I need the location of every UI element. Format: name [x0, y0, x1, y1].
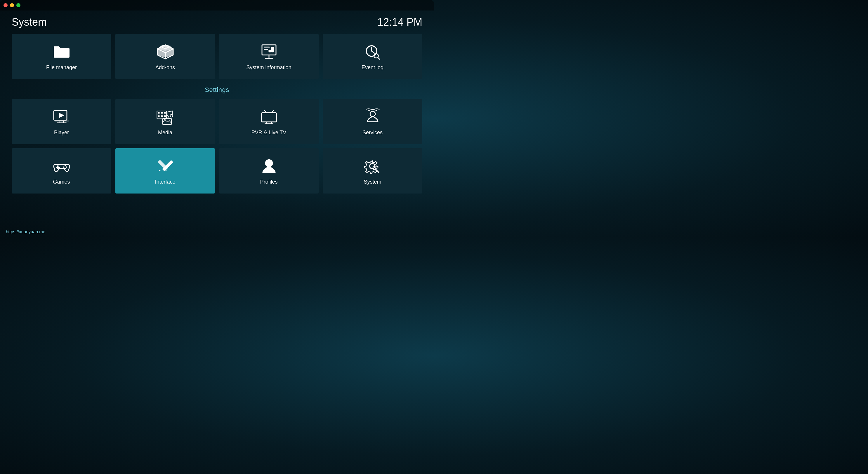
profiles-button[interactable]: Profiles [219, 148, 319, 194]
player-label: Player [54, 130, 69, 136]
svg-rect-5 [264, 47, 270, 47]
svg-point-40 [64, 165, 66, 167]
main-content: File manager Add-ons [12, 34, 422, 225]
tv-icon [260, 108, 278, 126]
clock-search-icon [364, 43, 381, 60]
add-ons-button[interactable]: Add-ons [115, 34, 215, 79]
pvr-live-tv-button[interactable]: PVR & Live TV [219, 99, 319, 144]
close-button[interactable] [3, 3, 8, 7]
file-manager-label: File manager [46, 65, 77, 71]
top-row: File manager Add-ons [12, 34, 422, 79]
svg-rect-39 [56, 167, 60, 168]
games-label: Games [53, 179, 70, 185]
svg-rect-33 [261, 113, 276, 122]
svg-rect-23 [164, 112, 165, 113]
media-button[interactable]: Media [115, 99, 215, 144]
profiles-label: Profiles [260, 179, 277, 185]
media-icon [157, 108, 174, 126]
system-settings-button[interactable]: System [323, 148, 422, 194]
svg-rect-21 [158, 112, 159, 113]
header: System 12:14 PM [0, 10, 434, 34]
svg-rect-24 [158, 115, 159, 117]
add-ons-label: Add-ons [155, 65, 175, 71]
maximize-button[interactable] [17, 3, 21, 7]
svg-line-13 [378, 58, 380, 60]
system-information-label: System information [246, 65, 291, 71]
svg-point-28 [170, 114, 173, 117]
traffic-lights [3, 3, 21, 7]
event-log-button[interactable]: Event log [323, 34, 422, 79]
svg-point-42 [63, 166, 65, 168]
settings-section: Settings Player [12, 86, 422, 194]
title-bar [0, 0, 434, 10]
svg-point-30 [164, 119, 165, 121]
interface-label: Interface [155, 179, 175, 185]
gamepad-icon [53, 157, 70, 175]
media-label: Media [158, 130, 172, 136]
system-information-button[interactable]: System information [219, 34, 319, 79]
minimize-button[interactable] [10, 3, 14, 7]
clock: 12:14 PM [377, 16, 422, 28]
services-label: Services [363, 130, 382, 136]
interface-icon [157, 157, 174, 175]
player-icon [53, 108, 70, 126]
folder-icon [53, 43, 70, 60]
system-settings-icon [364, 157, 381, 175]
presentation-icon [260, 43, 278, 60]
services-icon [364, 108, 381, 126]
player-button[interactable]: Player [12, 99, 111, 144]
svg-point-41 [66, 166, 67, 168]
box-icon [157, 43, 174, 60]
settings-row-2: Games Interface [12, 148, 422, 194]
profiles-icon [260, 157, 278, 175]
games-button[interactable]: Games [12, 148, 111, 194]
svg-rect-8 [269, 49, 271, 52]
svg-marker-46 [158, 170, 161, 171]
svg-point-48 [266, 160, 273, 167]
svg-point-49 [369, 164, 375, 169]
svg-rect-25 [161, 115, 163, 117]
svg-point-27 [165, 115, 168, 118]
event-log-label: Event log [362, 65, 383, 71]
footer-url: https://xuanyuan.me [6, 229, 45, 234]
pvr-live-tv-label: PVR & Live TV [251, 130, 286, 136]
svg-rect-6 [264, 49, 268, 49]
svg-point-37 [370, 111, 375, 116]
settings-label: Settings [12, 86, 422, 94]
svg-rect-22 [161, 112, 163, 113]
page-title: System [12, 16, 47, 28]
svg-marker-15 [59, 113, 64, 118]
svg-rect-7 [271, 47, 274, 52]
settings-row-1: Player [12, 99, 422, 144]
system-label: System [364, 179, 381, 185]
file-manager-button[interactable]: File manager [12, 34, 111, 79]
svg-point-43 [64, 168, 66, 169]
svg-line-11 [372, 51, 374, 54]
interface-button[interactable]: Interface [115, 148, 215, 194]
services-button[interactable]: Services [323, 99, 422, 144]
